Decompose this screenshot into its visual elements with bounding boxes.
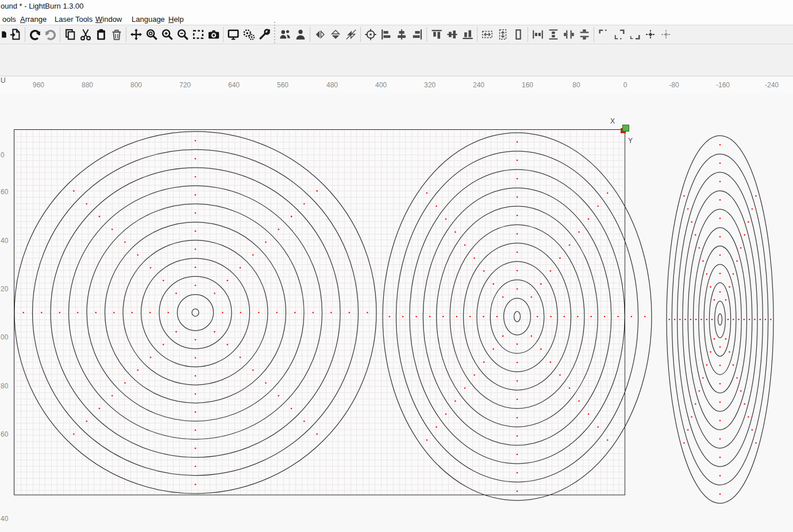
import-icon[interactable]	[7, 26, 23, 43]
delete-icon[interactable]	[109, 26, 124, 43]
node-dot	[150, 267, 152, 269]
node-dot	[455, 400, 456, 402]
zoom-window-icon[interactable]	[144, 26, 159, 43]
ellipse-shape[interactable]	[423, 188, 611, 445]
menu-item-help[interactable]: Help	[166, 14, 186, 25]
ellipse-shape[interactable]	[688, 209, 752, 430]
node-dot	[195, 466, 197, 468]
ellipse-shape[interactable]	[123, 240, 268, 385]
space-evenly-v-icon[interactable]	[545, 26, 561, 43]
menu-item-language[interactable]: Language	[129, 14, 167, 25]
node-dot	[195, 357, 197, 359]
ellipse-shape[interactable]	[159, 276, 232, 349]
match-height-icon[interactable]	[495, 26, 510, 43]
node-dot	[426, 192, 428, 194]
ellipse-shape[interactable]	[396, 151, 638, 482]
canvas[interactable]: X Y 060402000806040	[0, 94, 793, 532]
node-dot	[252, 255, 254, 256]
space-evenly-h-icon[interactable]	[530, 26, 545, 43]
position-crosshair-icon[interactable]	[658, 26, 673, 43]
flip-horizontal-icon[interactable]	[312, 26, 328, 43]
ellipse-shape[interactable]	[715, 301, 726, 338]
align-middle-icon[interactable]	[444, 26, 460, 43]
move-together-h-icon[interactable]	[561, 26, 576, 43]
node-dot	[195, 249, 197, 250]
ruler-label: 80	[572, 81, 580, 89]
focus-center-icon[interactable]	[363, 26, 378, 43]
new-file-icon[interactable]	[0, 26, 7, 43]
menu-item-arrange[interactable]: Arrange	[18, 14, 49, 25]
corner-marker-tl-icon[interactable]	[596, 26, 611, 43]
match-size-icon[interactable]	[510, 26, 526, 43]
node-dot	[700, 319, 702, 321]
camera-capture-icon[interactable]	[206, 26, 221, 43]
frame-selection-icon[interactable]	[190, 26, 206, 43]
align-center-h-icon[interactable]	[394, 26, 409, 43]
move-together-v-icon[interactable]	[576, 26, 592, 43]
match-width-icon[interactable]	[479, 26, 495, 43]
device-settings-icon[interactable]	[256, 26, 272, 43]
ellipse-shape[interactable]	[477, 261, 557, 372]
ellipse-shape[interactable]	[410, 169, 625, 464]
node-dot	[316, 433, 318, 435]
node-dot	[474, 257, 475, 259]
node-dot	[699, 390, 700, 392]
menu-item-ools[interactable]: ools	[0, 14, 18, 25]
copy-icon[interactable]	[62, 26, 78, 43]
node-dot	[517, 399, 518, 400]
node-dot	[137, 369, 139, 371]
ruler-label: 720	[179, 81, 191, 89]
zoom-out-icon[interactable]	[175, 26, 190, 43]
ellipse-shape[interactable]	[33, 150, 359, 476]
ellipse-shape[interactable]	[51, 168, 340, 457]
ellipse-shape[interactable]	[141, 259, 250, 367]
ellipse-shape[interactable]	[504, 298, 531, 335]
menu-item-window[interactable]: Window	[93, 14, 124, 25]
ellipse-shape[interactable]	[463, 243, 571, 390]
ellipse-shape[interactable]	[87, 204, 304, 421]
center-ellipse-shape[interactable]	[192, 309, 199, 317]
node-dot	[725, 338, 727, 340]
ellipse-shape[interactable]	[437, 206, 598, 427]
ellipse-shape[interactable]	[704, 264, 736, 375]
ellipse-group[interactable]	[667, 136, 773, 503]
ellipse-shape[interactable]	[69, 186, 322, 440]
ellipse-shape[interactable]	[672, 154, 768, 485]
center-ellipse-shape[interactable]	[718, 314, 722, 325]
drawing-shapes[interactable]	[0, 94, 793, 532]
paste-icon[interactable]	[93, 26, 109, 43]
ellipse-shape[interactable]	[683, 191, 757, 448]
align-right-icon[interactable]	[409, 26, 425, 43]
ellipse-shape[interactable]	[490, 280, 544, 353]
node-dot	[517, 215, 518, 217]
undo-icon[interactable]	[27, 26, 43, 43]
node-dot	[607, 192, 609, 194]
zoom-in-icon[interactable]	[159, 26, 175, 43]
ellipse-group[interactable]	[383, 133, 652, 500]
toolbar-separator	[310, 27, 310, 42]
ellipse-shape[interactable]	[178, 295, 214, 331]
mirror-diagonal-icon[interactable]	[343, 26, 359, 43]
group-icon[interactable]	[277, 26, 292, 43]
menu-item-laser-tools[interactable]: Laser Tools	[52, 14, 95, 25]
preview-icon[interactable]	[225, 26, 241, 43]
ungroup-icon[interactable]	[292, 26, 308, 43]
node-dot	[719, 273, 721, 275]
cut-icon[interactable]	[78, 26, 93, 43]
node-dot	[73, 190, 75, 192]
redo-icon[interactable]	[43, 26, 58, 43]
align-top-icon[interactable]	[429, 26, 444, 43]
corner-marker-tr-icon[interactable]	[611, 26, 627, 43]
corner-marker-br-icon[interactable]	[627, 26, 642, 43]
align-bottom-icon[interactable]	[460, 26, 475, 43]
flip-vertical-icon[interactable]	[328, 26, 343, 43]
jog-crosshair-icon[interactable]	[642, 26, 658, 43]
center-ellipse-shape[interactable]	[514, 311, 521, 322]
align-left-icon[interactable]	[378, 26, 394, 43]
ellipse-group[interactable]	[14, 132, 376, 494]
ellipse-shape[interactable]	[699, 246, 741, 393]
node-dot	[733, 364, 734, 366]
pan-icon[interactable]	[128, 26, 144, 43]
selection-origin-handle[interactable]	[622, 125, 629, 132]
settings-gears-icon[interactable]	[241, 26, 256, 43]
